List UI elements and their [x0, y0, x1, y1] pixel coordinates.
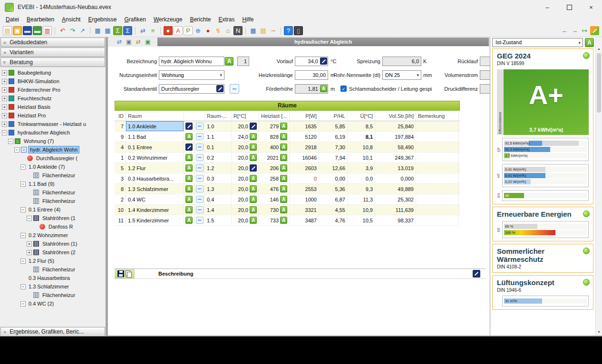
column-header[interactable]: Raum-... — [205, 111, 232, 121]
column-header[interactable]: P/HL — [319, 111, 348, 121]
auto-badge[interactable]: A — [280, 217, 287, 224]
state-auto-button[interactable]: A — [585, 38, 594, 47]
sidebar-section-varianten[interactable]: »Varianten — [0, 48, 105, 57]
transfer-wave-icon[interactable]: ∼ — [196, 206, 204, 213]
cell-raum[interactable]: 1.0 Ankleide — [126, 121, 184, 131]
cell-raumtemp[interactable]: 20,0A — [232, 215, 259, 225]
tree-item[interactable]: Flächenheizur — [0, 197, 106, 205]
tree-item-label[interactable]: hydraulischer Abgleich — [16, 129, 71, 136]
sidebar-section-gebaeudedaten[interactable]: »Gebäudedaten — [0, 38, 105, 47]
auto-badge[interactable]: A — [185, 185, 193, 192]
cell-raum-badge[interactable]: A — [184, 215, 194, 225]
cell-transfer[interactable]: ∼ — [194, 121, 205, 131]
tree-item-label[interactable]: Baubegleitung — [16, 69, 52, 76]
menu-ansicht[interactable]: Ansicht — [58, 15, 84, 24]
open-folder-icon[interactable]: ▣ — [13, 26, 22, 35]
cell-raum-badge[interactable]: A — [184, 153, 194, 163]
tree-item-label[interactable]: Stahlröhren (1) — [41, 240, 78, 247]
cell-transfer[interactable]: ∼ — [194, 184, 205, 194]
collapse-icon[interactable]: − — [20, 207, 26, 212]
bezeichnung-input[interactable] — [159, 57, 224, 66]
column-header[interactable]: P[W] — [290, 111, 319, 121]
cell-raum[interactable]: 0.2 Wohnzimmer — [126, 153, 184, 163]
table-row[interactable]: 51.2 FlurA∼1.220,0206A260312,663,913,019 — [115, 163, 460, 173]
cell-raum[interactable]: 1.1 Bad — [126, 132, 184, 142]
undo-icon[interactable]: ↶ — [58, 26, 67, 35]
rohrnennweite-select[interactable]: DN 25 ▾ — [382, 70, 421, 80]
cell-raum[interactable]: 0.1 Entree — [126, 142, 184, 152]
report-doc-icon[interactable]: ▤ — [259, 26, 268, 35]
cell-transfer[interactable]: ∼ — [194, 194, 205, 204]
tree-item-label[interactable]: Flächenheizur — [41, 172, 77, 179]
copy-icon[interactable]: ▣ — [125, 38, 133, 46]
table-row[interactable]: 30.3 Hausarbeitsra...A∼0.320,0A258A00,00… — [115, 173, 460, 184]
menu-ergebnisse[interactable]: Ergebnisse — [84, 15, 120, 24]
cell-heizlast[interactable]: 279A — [259, 121, 290, 131]
heizkreislaenge-input[interactable] — [295, 70, 328, 80]
assign-heating-icon[interactable]: ⇄ — [115, 38, 124, 46]
table-row[interactable]: 10.2 WohnzimmerA∼0.220,0A2021A160467,941… — [115, 153, 460, 163]
cell-raumtemp[interactable]: 20,0A — [232, 173, 259, 183]
minimize-button[interactable]: – — [536, 0, 558, 14]
cell-raumtemp[interactable]: 20,0A — [232, 194, 259, 204]
bezeichnung-auto-button[interactable]: A — [225, 57, 233, 66]
energy-icon[interactable]: ↯ — [214, 26, 223, 35]
tree-item[interactable]: +Heizlast Basis — [0, 103, 106, 111]
cell-transfer[interactable]: ∼ — [194, 173, 205, 183]
expand-icon[interactable]: + — [2, 122, 7, 127]
transfer-wave-icon[interactable]: ∼ — [196, 154, 204, 161]
table-row[interactable]: 81.3 SchlafzimmerA∼1.320,0A476A25535,369… — [115, 184, 460, 194]
cell-raumtemp[interactable]: 20,0 — [232, 121, 259, 131]
column-header[interactable]: R[°C] — [232, 111, 259, 121]
tree-item-label[interactable]: 0.2 Wohnzimmer — [27, 232, 69, 239]
tree-item[interactable]: Flächenheizur — [0, 291, 106, 299]
cell-transfer[interactable]: ∼ — [194, 153, 205, 163]
tree-item-label[interactable]: Heizlast Basis — [16, 104, 52, 110]
collapse-icon[interactable]: − — [20, 233, 26, 238]
tree-item[interactable]: +Baubegleitung — [0, 68, 106, 77]
volumenstrom-input-clipped[interactable] — [480, 70, 490, 80]
goto-icon[interactable]: ↗ — [78, 26, 87, 35]
apply-wave-button[interactable]: ∼ — [230, 84, 239, 94]
tree-item[interactable]: −hydraulischer Abgleich — [0, 128, 106, 137]
cell-raumtemp[interactable]: 20,0A — [232, 205, 259, 215]
auto-badge[interactable]: A — [250, 185, 257, 192]
auto-badge[interactable]: A — [185, 206, 193, 213]
table-row[interactable]: 40.1 Entree∼0.120,0A400A29187,3010,858,4… — [115, 142, 460, 153]
transfer-wave-icon[interactable]: ∼ — [196, 175, 204, 182]
transfer-icon[interactable]: ⇄ — [138, 26, 147, 35]
edit-badge[interactable] — [185, 144, 193, 151]
auto-badge[interactable]: A — [280, 196, 287, 203]
menu-werkzeuge[interactable]: Werkzeuge — [150, 15, 186, 24]
tree-item[interactable]: −0.4 WC (2) — [0, 299, 106, 308]
tree-item-label[interactable]: Flächenheizur — [41, 189, 77, 196]
tree-item-label[interactable]: 1.0 Ankleide (7) — [27, 163, 66, 170]
cell-raum[interactable]: 1.3 Schlafzimmer — [126, 184, 184, 194]
cell-transfer[interactable]: ∼ — [194, 205, 205, 215]
tree-item-label[interactable]: hydr. Abgleich Wohn — [29, 146, 79, 153]
tree-item[interactable]: +Trinkwarmwasser - Heizlast u — [0, 120, 106, 128]
scroll-down-icon[interactable]: ▼ — [596, 329, 602, 335]
auto-badge[interactable]: A — [280, 175, 287, 182]
transfer-wave-icon[interactable]: ∼ — [196, 164, 204, 172]
tree-item-label[interactable]: BHKW-Simulation — [16, 78, 61, 85]
sidebar-section-ergebnisse[interactable]: » Ergebnisse, Grafiken, Beric... — [0, 327, 105, 336]
expand-icon[interactable]: + — [2, 87, 7, 93]
tree-item[interactable]: Danfoss R — [0, 222, 106, 231]
index-input[interactable] — [237, 57, 249, 66]
tree-item-label[interactable]: Flächenheizur — [41, 266, 77, 273]
collapse-icon[interactable]: − — [20, 259, 26, 264]
collapse-icon[interactable]: − — [2, 130, 7, 135]
cell-raumtemp[interactable]: 20,0A — [232, 184, 259, 194]
cell-transfer[interactable]: ∼ — [194, 163, 205, 173]
table-sum-icon[interactable]: ▦ — [103, 26, 112, 35]
new-file-icon[interactable]: ▤ — [3, 26, 12, 35]
auto-badge[interactable]: A — [250, 196, 257, 203]
collapse-icon[interactable]: − — [27, 216, 32, 221]
tree-item[interactable]: −Stahlröhren (1 — [0, 214, 106, 222]
transfer-wave-icon[interactable]: ∼ — [196, 123, 204, 130]
sum-blue-icon[interactable]: Σ — [123, 26, 132, 35]
auto-badge[interactable]: A — [185, 164, 193, 172]
tree-item-label[interactable]: 1.3 Schlafzimmer — [27, 283, 70, 290]
menu-bearbeiten[interactable]: Bearbeiten — [23, 15, 58, 24]
